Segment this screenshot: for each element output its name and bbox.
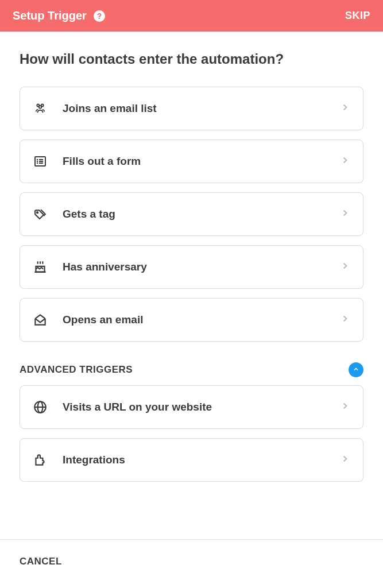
form-icon <box>33 154 48 169</box>
help-icon[interactable]: ? <box>94 10 105 22</box>
tag-icon <box>33 207 48 222</box>
trigger-list: Joins an email list Fills out a form <box>20 87 363 342</box>
advanced-trigger-list: Visits a URL on your website Integration… <box>20 385 363 482</box>
cancel-button[interactable]: CANCEL <box>20 556 62 567</box>
svg-point-10 <box>37 212 38 213</box>
chevron-right-icon <box>340 155 350 168</box>
chevron-right-icon <box>340 208 350 220</box>
chevron-right-icon <box>340 314 350 326</box>
globe-icon <box>33 400 48 415</box>
trigger-label: Joins an email list <box>63 102 325 115</box>
trigger-visits-url[interactable]: Visits a URL on your website <box>20 385 363 429</box>
chevron-right-icon <box>340 261 350 273</box>
cake-icon <box>33 260 48 274</box>
header-left: Setup Trigger ? <box>13 9 105 22</box>
trigger-joins-list[interactable]: Joins an email list <box>20 87 363 130</box>
envelope-open-icon <box>33 312 48 327</box>
advanced-section-header: ADVANCED TRIGGERS <box>20 362 363 377</box>
page-title: How will contacts enter the automation? <box>20 51 363 67</box>
trigger-integrations[interactable]: Integrations <box>20 438 363 482</box>
puzzle-icon <box>33 452 48 467</box>
chevron-up-icon <box>353 366 359 374</box>
trigger-fills-form[interactable]: Fills out a form <box>20 140 363 183</box>
chevron-right-icon <box>340 102 350 115</box>
trigger-label: Integrations <box>63 454 325 466</box>
header-title: Setup Trigger <box>13 9 87 22</box>
collapse-button[interactable] <box>349 362 363 377</box>
trigger-label: Gets a tag <box>63 208 325 220</box>
trigger-gets-tag[interactable]: Gets a tag <box>20 192 363 236</box>
modal-header: Setup Trigger ? SKIP <box>0 0 383 32</box>
trigger-label: Opens an email <box>63 314 325 326</box>
trigger-opens-email[interactable]: Opens an email <box>20 298 363 342</box>
content-area: How will contacts enter the automation? … <box>0 32 383 536</box>
chevron-right-icon <box>340 454 350 466</box>
chevron-right-icon <box>340 401 350 413</box>
modal-footer: CANCEL <box>0 539 383 588</box>
svg-point-2 <box>39 106 42 109</box>
advanced-section-title: ADVANCED TRIGGERS <box>20 364 133 376</box>
trigger-label: Fills out a form <box>63 155 325 168</box>
users-icon <box>33 101 48 116</box>
trigger-label: Has anniversary <box>63 261 325 273</box>
trigger-anniversary[interactable]: Has anniversary <box>20 245 363 289</box>
trigger-label: Visits a URL on your website <box>63 401 325 413</box>
skip-button[interactable]: SKIP <box>345 10 370 22</box>
